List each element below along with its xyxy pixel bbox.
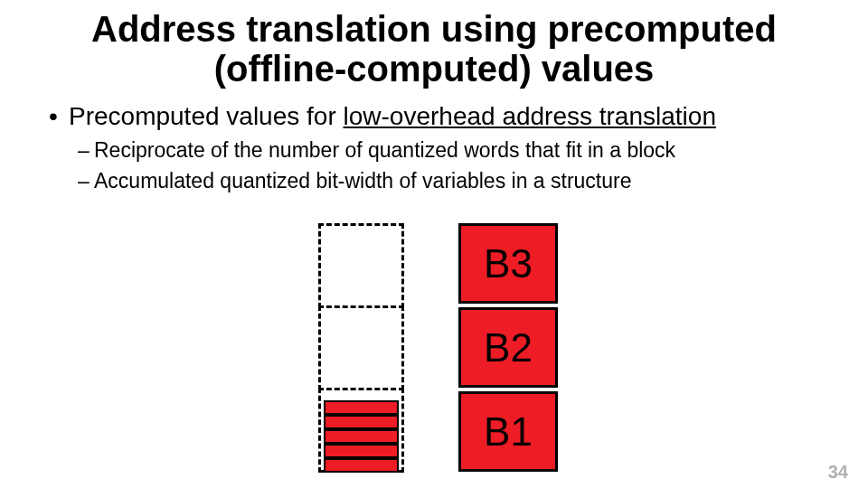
dashed-column <box>318 223 404 472</box>
red-row <box>324 415 399 429</box>
red-row <box>324 458 399 473</box>
red-row <box>324 429 399 444</box>
bullet-level2-1: Reciprocate of the number of quantized w… <box>78 137 835 164</box>
bullet-level2-2: Accumulated quantized bit-width of varia… <box>78 168 835 194</box>
block-b2: B2 <box>458 307 558 388</box>
block-b3: B3 <box>458 223 558 304</box>
dashed-cell-top <box>318 223 404 308</box>
block-column: B3 B2 B1 <box>458 223 558 472</box>
bullet-level1: Precomputed values for low-overhead addr… <box>49 101 835 132</box>
bullet1-text-underline: low-overhead address translation <box>344 102 716 130</box>
bullet1-text-pre: Precomputed values for <box>69 102 344 130</box>
page-number: 34 <box>828 462 848 483</box>
red-row <box>324 444 399 458</box>
slide-title: Address translation using precomputed (o… <box>33 9 835 89</box>
slide: Address translation using precomputed (o… <box>0 0 868 488</box>
diagram: B3 B2 B1 <box>318 223 590 481</box>
red-row <box>324 400 399 415</box>
dashed-cell-mid <box>318 305 404 390</box>
block-b1: B1 <box>458 391 558 472</box>
